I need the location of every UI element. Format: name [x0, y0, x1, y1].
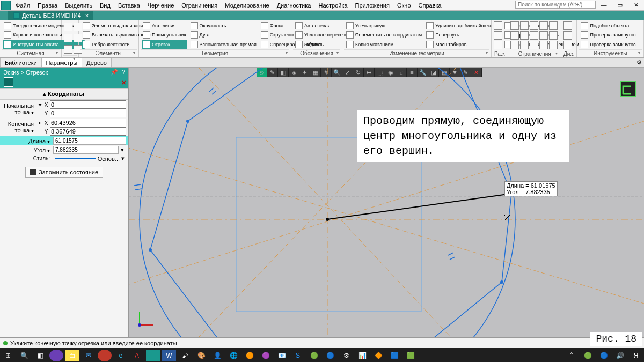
- rb-circle[interactable]: Окружность: [189, 21, 258, 30]
- win-minimize-icon[interactable]: —: [596, 0, 612, 10]
- menu-insert[interactable]: Вставка: [114, 1, 144, 10]
- c11[interactable]: [510, 41, 519, 49]
- c1[interactable]: [510, 21, 519, 30]
- tb-skype-icon[interactable]: S: [291, 350, 305, 361]
- di-icon-1[interactable]: [564, 21, 572, 30]
- rb-move[interactable]: Переместить по координатам: [345, 31, 423, 39]
- input-length[interactable]: [53, 137, 126, 145]
- win-close-icon[interactable]: ✕: [628, 0, 644, 10]
- rb-aux[interactable]: Вспомогательная прямая: [189, 40, 258, 49]
- tb-app2-icon[interactable]: 🖌: [178, 350, 192, 361]
- ra-icon-2[interactable]: [494, 31, 502, 40]
- tb-app12-icon[interactable]: 📊: [355, 350, 369, 361]
- command-search[interactable]: [515, 1, 596, 9]
- c10[interactable]: [549, 31, 558, 40]
- menu-model[interactable]: Моделирование: [221, 1, 273, 10]
- tb-tray-up-icon[interactable]: ˄: [565, 350, 579, 361]
- lock-icon[interactable]: ✦: [37, 101, 42, 108]
- tb-app11-icon[interactable]: ⚙: [339, 350, 353, 361]
- menu-diag[interactable]: Диагностика: [273, 1, 315, 10]
- tb-tray-lang-icon[interactable]: Я: [629, 350, 643, 361]
- menu-constr[interactable]: Ограничения: [178, 1, 221, 10]
- tb-app6-icon[interactable]: 🟠: [243, 350, 257, 361]
- remember-state-button[interactable]: Запомнить состояние: [25, 167, 103, 178]
- menu-help[interactable]: Справка: [415, 1, 445, 10]
- c4[interactable]: [539, 21, 548, 30]
- help-icon[interactable]: ?: [122, 69, 125, 75]
- rb-scale[interactable]: Масштабиров...: [425, 40, 501, 49]
- menu-apps[interactable]: Приложения: [352, 1, 393, 10]
- tb-app3-icon[interactable]: 🎨: [194, 350, 208, 361]
- rb-autoline[interactable]: Автолиния: [142, 21, 187, 30]
- qa-icon-1[interactable]: [64, 23, 72, 31]
- tb-app9-icon[interactable]: 🟢: [307, 350, 321, 361]
- tb-app13-icon[interactable]: 🔶: [371, 350, 385, 361]
- tb-app10-icon[interactable]: 🔵: [323, 350, 337, 361]
- input-end-x[interactable]: [50, 119, 126, 127]
- rb-rect[interactable]: Прямоугольник: [142, 31, 187, 39]
- c15[interactable]: [549, 41, 558, 49]
- panel-tab-params[interactable]: Параметры: [41, 58, 83, 67]
- ra-icon-1[interactable]: [494, 21, 502, 30]
- seg-type-4-icon[interactable]: [47, 77, 57, 87]
- tb-tray1-icon[interactable]: 🟢: [581, 350, 595, 361]
- menu-edit[interactable]: Правка: [34, 1, 61, 10]
- c12[interactable]: [520, 41, 529, 49]
- tb-app1-icon[interactable]: [49, 350, 63, 361]
- tb-tray-vol-icon[interactable]: 🔊: [613, 350, 627, 361]
- input-start-x[interactable]: [50, 100, 126, 109]
- qa-icon-5[interactable]: [64, 45, 72, 54]
- tb-start-icon[interactable]: ⊞: [1, 350, 15, 361]
- di-icon-2[interactable]: [564, 31, 572, 40]
- menu-draw[interactable]: Черчение: [144, 1, 178, 10]
- c2[interactable]: [520, 21, 529, 30]
- c14[interactable]: [539, 41, 548, 49]
- c3[interactable]: [530, 21, 538, 30]
- seg-type-2-icon[interactable]: [18, 77, 28, 87]
- rb-extend[interactable]: Удлинить до ближайшего о...: [425, 21, 501, 30]
- qa-icon-3[interactable]: [64, 34, 72, 42]
- rb-similar[interactable]: Подобие объекта: [580, 21, 641, 30]
- tb-app4-icon[interactable]: 👤: [210, 350, 224, 361]
- input-start-y[interactable]: [50, 109, 126, 117]
- rb-arc[interactable]: Дуга: [189, 31, 258, 39]
- tb-word-icon[interactable]: W: [162, 350, 176, 361]
- rb-copy[interactable]: Копия указанием: [345, 40, 423, 49]
- menu-file[interactable]: Файл: [12, 1, 34, 10]
- tb-mail-icon[interactable]: ✉: [82, 350, 96, 361]
- seg-type-6-icon[interactable]: [76, 77, 86, 87]
- doc-tab[interactable]: Деталь БЕЗ ИМЕНИ4 ×: [8, 11, 93, 20]
- tb-kompas-icon[interactable]: [146, 350, 160, 361]
- tb-opera-icon[interactable]: [98, 350, 112, 361]
- tb-search-icon[interactable]: 🔍: [17, 350, 31, 361]
- style-value[interactable]: Основ...: [98, 156, 120, 162]
- tb-app8-icon[interactable]: 📧: [275, 350, 289, 361]
- c13[interactable]: [530, 41, 538, 49]
- rb-check2[interactable]: Проверка замкнутос...: [580, 40, 641, 49]
- win-maximize-icon[interactable]: ▭: [612, 0, 628, 10]
- menu-window[interactable]: Окно: [393, 1, 415, 10]
- tb-autocad-icon[interactable]: A: [130, 350, 144, 361]
- tb-app15-icon[interactable]: 🟩: [404, 350, 418, 361]
- seg-type-1-icon[interactable]: [4, 77, 13, 87]
- doc-tab-close-icon[interactable]: ×: [85, 12, 89, 19]
- new-tab-button[interactable]: +: [0, 12, 8, 19]
- seg-type-5-icon[interactable]: [62, 77, 71, 87]
- di-icon-3[interactable]: [564, 41, 572, 49]
- menu-view[interactable]: Вид: [96, 1, 114, 10]
- tb-app14-icon[interactable]: 🟦: [387, 350, 401, 361]
- menu-settings[interactable]: Настройка: [314, 1, 351, 10]
- c9[interactable]: [539, 31, 548, 40]
- drawing-canvas[interactable]: ⎋ ✎◧ ◈✦ ▦# 🔍⤢ ↻↦ ⬚◉ ☼≡ 🔧◪ ▤▼ ✎ ✕: [129, 68, 644, 337]
- panel-tab-tree[interactable]: Дерево: [82, 58, 112, 67]
- tb-tray2-icon[interactable]: 🔵: [597, 350, 611, 361]
- panel-tab-lib[interactable]: Библиотеки: [0, 58, 42, 67]
- rb-segment[interactable]: Отрезок: [142, 40, 187, 49]
- seg-type-3-icon[interactable]: [33, 77, 42, 87]
- command-search-input[interactable]: [515, 1, 596, 9]
- ra-icon-3[interactable]: [494, 41, 502, 49]
- panel-gear-icon[interactable]: ⚙: [634, 59, 644, 66]
- c8[interactable]: [530, 31, 538, 40]
- tb-edge-icon[interactable]: e: [114, 350, 128, 361]
- tb-files-icon[interactable]: 🗀: [65, 350, 79, 361]
